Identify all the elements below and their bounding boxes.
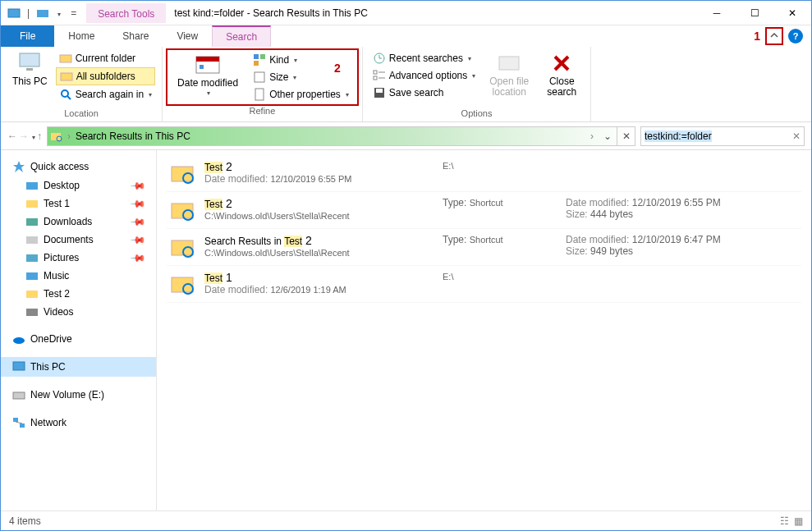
tab-view[interactable]: View xyxy=(163,25,212,47)
nav-history-button[interactable] xyxy=(30,130,35,142)
svg-point-6 xyxy=(62,90,68,97)
tab-share[interactable]: Share xyxy=(108,25,163,47)
date-modified-button[interactable]: Date modified xyxy=(172,52,243,103)
address-bar[interactable]: › Search Results in This PC › ⌄ ✕ xyxy=(47,126,635,146)
svg-line-7 xyxy=(67,96,71,99)
location-group-label: Location xyxy=(7,108,155,120)
svg-rect-38 xyxy=(13,418,18,422)
nav-forward-button[interactable]: → xyxy=(19,130,29,142)
svg-rect-10 xyxy=(200,65,204,69)
folder-qat-icon[interactable] xyxy=(36,7,49,20)
svg-rect-4 xyxy=(60,55,71,62)
svg-rect-28 xyxy=(26,200,38,208)
qat-dropdown[interactable] xyxy=(53,7,64,19)
date-modified-label: Date modified xyxy=(177,78,238,89)
svg-point-35 xyxy=(13,337,25,344)
nav-up-button[interactable]: ↑ xyxy=(37,130,42,142)
result-icon xyxy=(170,197,196,223)
result-subtitle: Date modified: 12/10/2019 6:55 PM xyxy=(204,173,434,185)
open-file-location-button: Open file location xyxy=(482,50,536,99)
refine-group-label: Refine xyxy=(166,106,359,117)
svg-rect-0 xyxy=(8,9,20,17)
result-icon xyxy=(170,271,196,297)
folder-icon xyxy=(25,287,39,300)
svg-rect-36 xyxy=(13,362,25,370)
tab-file[interactable]: File xyxy=(1,25,54,47)
window-controls: ─ ☐ ✕ xyxy=(698,1,811,25)
sidebar-item-label: Downloads xyxy=(44,216,92,227)
result-row[interactable]: Test 2 Date modified: 12/10/2019 6:55 PM… xyxy=(167,155,801,192)
all-subfolders-button[interactable]: All subfolders xyxy=(56,67,155,85)
address-stop-button[interactable]: ✕ xyxy=(617,127,635,145)
open-location-label: Open file location xyxy=(487,76,531,98)
nav-back-button[interactable]: ← xyxy=(7,130,17,142)
other-properties-button[interactable]: Other properties xyxy=(250,86,352,103)
result-row[interactable]: Search Results in Test 2 C:\Windows.old\… xyxy=(167,229,801,266)
svg-rect-5 xyxy=(61,73,72,80)
result-row[interactable]: Test 1 Date modified: 12/6/2019 1:19 AM … xyxy=(167,266,801,303)
folder-icon xyxy=(25,215,39,228)
qat-divider: | xyxy=(24,7,33,19)
sidebar-item[interactable]: Videos xyxy=(1,303,156,321)
sidebar-network[interactable]: Network xyxy=(1,413,156,433)
folder-icon xyxy=(25,233,39,246)
current-folder-label: Current folder xyxy=(76,53,135,64)
tabbar: File Home Share View Search 1 ? xyxy=(1,25,811,47)
result-type: Type: Shortcut xyxy=(443,234,557,245)
pin-icon: 📌 xyxy=(130,231,147,249)
ribbon-group-location: This PC Current folder All subfolders Se… xyxy=(1,47,163,121)
result-title: Test 2 xyxy=(204,160,434,173)
folder-icon xyxy=(25,269,39,282)
close-x-icon xyxy=(548,52,575,75)
recent-searches-button[interactable]: Recent searches xyxy=(369,50,479,66)
this-pc-button[interactable]: This PC xyxy=(7,50,53,89)
sidebar-item[interactable]: Downloads📌 xyxy=(1,213,156,231)
search-value-selected: test xyxy=(645,130,660,142)
save-icon xyxy=(373,86,386,99)
this-pc-label: This PC xyxy=(12,76,48,87)
pin-icon: 📌 xyxy=(130,195,147,213)
large-icons-view-button[interactable]: ▦ xyxy=(794,515,803,527)
collapse-ribbon-button[interactable] xyxy=(765,27,783,45)
minimize-button[interactable]: ─ xyxy=(698,1,736,25)
address-dropdown[interactable]: ⌄ xyxy=(599,127,617,145)
clock-search-icon xyxy=(373,52,386,65)
body: Quick access Desktop📌Test 1📌Downloads📌Do… xyxy=(1,150,811,510)
kind-label: Kind xyxy=(269,54,289,66)
save-search-button[interactable]: Save search xyxy=(369,85,479,101)
pin-icon: 📌 xyxy=(130,249,147,267)
sidebar-onedrive[interactable]: OneDrive xyxy=(1,329,156,349)
svg-marker-26 xyxy=(13,161,25,172)
search-clear-button[interactable]: ✕ xyxy=(792,130,801,142)
quick-access-label: Quick access xyxy=(30,161,89,172)
close-search-button[interactable]: Close search xyxy=(539,50,584,99)
options-group-label: Options xyxy=(369,108,584,120)
sidebar-item[interactable]: Test 1📌 xyxy=(1,195,156,213)
tab-home[interactable]: Home xyxy=(54,25,108,47)
svg-rect-29 xyxy=(26,218,38,226)
svg-rect-39 xyxy=(20,423,25,428)
maximize-button[interactable]: ☐ xyxy=(736,1,773,25)
sidebar-item[interactable]: Desktop📌 xyxy=(1,176,156,195)
sidebar-this-pc[interactable]: This PC xyxy=(1,357,156,377)
onedrive-label: OneDrive xyxy=(30,333,72,345)
search-tools-tab[interactable]: Search Tools xyxy=(86,3,166,23)
result-row[interactable]: Test 2 C:\Windows.old\Users\Stella\Recen… xyxy=(167,192,801,229)
sidebar-item[interactable]: Documents📌 xyxy=(1,231,156,249)
sidebar-new-volume[interactable]: New Volume (E:) xyxy=(1,385,156,405)
pin-icon: 📌 xyxy=(130,177,147,195)
address-path[interactable]: Search Results in This PC xyxy=(72,130,585,142)
help-icon[interactable]: ? xyxy=(788,29,803,43)
current-folder-button[interactable]: Current folder xyxy=(56,50,155,66)
search-input[interactable]: test kind:=folder ✕ xyxy=(640,126,805,146)
sidebar-item[interactable]: Test 2 xyxy=(1,285,156,303)
tab-search[interactable]: Search xyxy=(212,25,271,47)
search-again-button[interactable]: Search again in xyxy=(56,86,155,103)
sidebar-item[interactable]: Music xyxy=(1,267,156,285)
close-button[interactable]: ✕ xyxy=(773,1,811,25)
details-view-button[interactable]: ☷ xyxy=(780,515,789,527)
advanced-options-button[interactable]: Advanced options xyxy=(369,67,479,84)
sidebar-item[interactable]: Pictures📌 xyxy=(1,249,156,267)
svg-rect-14 xyxy=(255,72,264,82)
sidebar-quick-access[interactable]: Quick access xyxy=(1,157,156,176)
